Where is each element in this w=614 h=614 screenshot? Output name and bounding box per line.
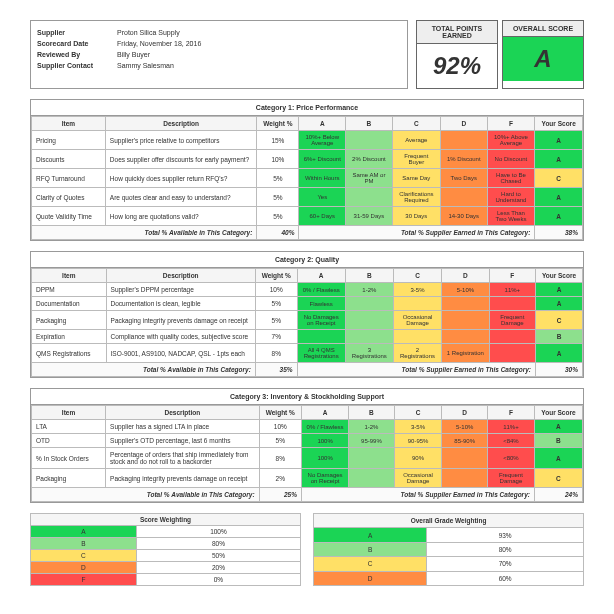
- header: SupplierProton Silica Supply Scorecard D…: [30, 20, 584, 89]
- meta-box: SupplierProton Silica Supply Scorecard D…: [30, 20, 408, 89]
- meta-value: Sammy Salesman: [117, 62, 174, 69]
- meta-value: Proton Silica Supply: [117, 29, 180, 36]
- meta-label: Supplier: [37, 29, 117, 36]
- category-table: ItemDescriptionWeight %ABCDFYour Score D…: [31, 268, 583, 377]
- legend-row: Score WeightingA100%B80%C50%D20%F0% Over…: [30, 513, 584, 586]
- grade-title: OVERALL SCORE: [503, 21, 583, 37]
- category-title: Category 1: Price Performance: [31, 100, 583, 116]
- category-table: ItemDescriptionWeight %ABCDFYour Score L…: [31, 405, 583, 502]
- cat2-section: Category 2: Quality ItemDescriptionWeigh…: [30, 251, 584, 378]
- grade-weighting-table: Overall Grade WeightingA93%B80%C70%D60%: [313, 513, 584, 586]
- cat3-section: Category 3: Inventory & Stockholding Sup…: [30, 388, 584, 503]
- points-value: 92%: [417, 44, 497, 88]
- table-row: QMS RegistrationsISO-9001, AS9100, NADCA…: [32, 344, 583, 363]
- table-row: DPPMSupplier's DPPM percentage10% 0% / F…: [32, 283, 583, 297]
- table-row: RFQ TurnaroundHow quickly does supplier …: [32, 169, 583, 188]
- score-summary: TOTAL POINTS EARNED92% OVERALL SCOREA: [416, 20, 584, 89]
- table-row: % In Stock OrdersPercentage of orders th…: [32, 448, 583, 469]
- meta-value: Friday, November 18, 2016: [117, 40, 201, 47]
- points-title: TOTAL POINTS EARNED: [417, 21, 497, 44]
- category-title: Category 2: Quality: [31, 252, 583, 268]
- table-row: DocumentationDocumentation is clean, leg…: [32, 297, 583, 311]
- cat1-section: Category 1: Price Performance ItemDescri…: [30, 99, 584, 241]
- table-row: PackagingPackaging integrity prevents da…: [32, 311, 583, 330]
- meta-label: Supplier Contact: [37, 62, 117, 69]
- table-row: ExpirationCompliance with quality codes,…: [32, 330, 583, 344]
- table-row: LTASupplier has a signed LTA in place10%…: [32, 420, 583, 434]
- table-row: DiscountsDoes supplier offer discounts f…: [32, 150, 583, 169]
- table-row: Clarity of QuotesAre quotes clear and ea…: [32, 188, 583, 207]
- category-table: ItemDescriptionWeight %ABCDFYour Score P…: [31, 116, 583, 240]
- meta-label: Reviewed By: [37, 51, 117, 58]
- category-title: Category 3: Inventory & Stockholding Sup…: [31, 389, 583, 405]
- meta-value: Billy Buyer: [117, 51, 150, 58]
- meta-label: Scorecard Date: [37, 40, 117, 47]
- table-row: PricingSupplier's price relative to comp…: [32, 131, 583, 150]
- table-row: OTDSupplier's OTD percentage, last 6 mon…: [32, 434, 583, 448]
- grade-value: A: [503, 37, 583, 81]
- table-row: PackagingPackaging integrity prevents da…: [32, 469, 583, 488]
- score-weighting-table: Score WeightingA100%B80%C50%D20%F0%: [30, 513, 301, 586]
- table-row: Quote Validity TimeHow long are quotatio…: [32, 207, 583, 226]
